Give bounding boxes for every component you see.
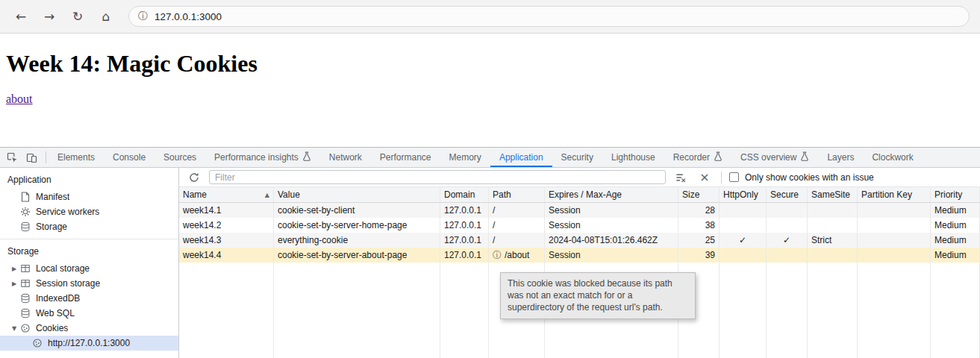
table-row[interactable]: week14.2 cookie-set-by-server-home-page … — [179, 218, 980, 233]
browser-window: ← → ↻ ⌂ ⓘ 127.0.0.1:3000 Week 14: Magic … — [0, 0, 980, 358]
back-button[interactable]: ← — [10, 6, 31, 27]
forward-button[interactable]: → — [39, 6, 60, 27]
cookie-partition-key — [858, 203, 931, 218]
tab-performance[interactable]: Performance — [371, 148, 440, 167]
web-page: Week 14: Magic Cookies about — [0, 34, 980, 147]
page-title: Week 14: Magic Cookies — [6, 50, 974, 78]
column-header-expires[interactable]: Expires / Max-Age — [545, 187, 678, 202]
column-header-priority[interactable]: Priority — [931, 187, 980, 202]
chevron-collapsed-icon[interactable]: ▶ — [9, 280, 19, 287]
cookie-icon — [31, 337, 43, 349]
column-header-name[interactable]: Name ▲ — [179, 187, 274, 202]
tab-sources[interactable]: Sources — [155, 148, 205, 167]
refresh-icon[interactable] — [185, 169, 203, 186]
cookie-secure — [767, 218, 808, 233]
cookie-expires: 2024-04-08T15:01:26.462Z — [545, 233, 678, 248]
cookie-size: 28 — [678, 203, 720, 218]
table-row[interactable]: week14.3 everything-cookie 127.0.0.1 / 2… — [179, 233, 980, 248]
tab-memory[interactable]: Memory — [440, 148, 490, 167]
sidebar-item-storage[interactable]: Storage — [0, 219, 178, 234]
cookie-domain: 127.0.0.1 — [440, 203, 489, 218]
sidebar-item-local-storage[interactable]: ▶ Local storage — [0, 261, 178, 276]
only-issues-label: Only show cookies with an issue — [745, 172, 874, 183]
sidebar-item-cookies-origin[interactable]: http://127.0.0.1:3000 — [0, 336, 178, 351]
address-bar[interactable]: ⓘ 127.0.0.1:3000 — [128, 6, 970, 27]
table-icon — [19, 277, 31, 289]
sidebar-item-web-sql[interactable]: Web SQL — [0, 306, 178, 321]
tab-css-overview[interactable]: CSS overview — [731, 148, 818, 167]
delete-cookies-icon[interactable]: × — [696, 169, 714, 186]
sidebar-item-indexeddb[interactable]: IndexedDB — [0, 291, 178, 306]
devtools-body: Application Manifest Service workers Sto… — [0, 168, 980, 358]
only-issues-checkbox[interactable] — [729, 172, 739, 182]
cookie-priority: Medium — [931, 233, 980, 248]
cookie-priority: Medium — [931, 218, 980, 233]
cookie-domain: 127.0.0.1 — [440, 248, 489, 263]
cookie-size: 39 — [678, 248, 720, 263]
empty-cell — [931, 263, 980, 358]
column-header-httponly[interactable]: HttpOnly — [720, 187, 767, 202]
cookie-name: week14.1 — [179, 203, 274, 218]
cookie-httponly — [720, 248, 767, 263]
empty-cell — [720, 263, 767, 358]
cookie-samesite — [808, 218, 858, 233]
about-link[interactable]: about — [6, 92, 33, 106]
sort-ascending-icon: ▲ — [265, 192, 269, 198]
cookie-size: 25 — [678, 233, 720, 248]
reload-button[interactable]: ↻ — [67, 6, 88, 27]
tab-performance-insights[interactable]: Performance insights — [205, 148, 320, 167]
sidebar-item-cookies[interactable]: ▼ Cookies — [0, 321, 178, 336]
tab-layers[interactable]: Layers — [818, 148, 863, 167]
cookie-samesite: Strict — [808, 233, 858, 248]
cookie-value: cookie-set-by-client — [274, 203, 440, 218]
toolbar-divider — [46, 151, 46, 163]
tab-elements[interactable]: Elements — [49, 148, 104, 167]
cookie-value: cookie-set-by-server-home-page — [274, 218, 440, 233]
home-icon: ⌂ — [102, 9, 110, 24]
empty-cell — [858, 263, 931, 358]
devtools-panel: Elements Console Sources Performance ins… — [0, 147, 980, 358]
tab-clockwork[interactable]: Clockwork — [863, 148, 922, 167]
column-header-domain[interactable]: Domain — [440, 187, 489, 202]
tab-lighthouse[interactable]: Lighthouse — [602, 148, 664, 167]
tab-application[interactable]: Application — [490, 148, 552, 167]
site-info-icon[interactable]: ⓘ — [138, 10, 148, 23]
tab-console[interactable]: Console — [104, 148, 155, 167]
chevron-expanded-icon[interactable]: ▼ — [9, 325, 19, 332]
empty-cell — [767, 263, 808, 358]
empty-cell — [440, 263, 489, 358]
flask-icon — [800, 151, 809, 163]
home-button[interactable]: ⌂ — [96, 6, 116, 27]
tab-recorder[interactable]: Recorder — [664, 148, 731, 167]
sidebar-item-session-storage[interactable]: ▶ Session storage — [0, 276, 178, 291]
sidebar-item-service-workers[interactable]: Service workers — [0, 204, 178, 219]
column-header-size[interactable]: Size — [678, 187, 720, 202]
cookie-secure — [767, 248, 808, 263]
chevron-collapsed-icon[interactable]: ▶ — [9, 266, 19, 272]
sidebar-item-manifest[interactable]: Manifest — [0, 189, 178, 204]
blocked-cookie-tooltip: This cookie was blocked because its path… — [500, 272, 696, 319]
table-row-blocked[interactable]: week14.4 cookie-set-by-server-about-page… — [179, 248, 980, 263]
column-header-path[interactable]: Path — [489, 187, 545, 202]
column-header-samesite[interactable]: SameSite — [808, 187, 858, 202]
clear-filter-icon[interactable] — [672, 169, 690, 186]
cookie-samesite — [808, 203, 858, 218]
sidebar-section-storage-title: Storage — [0, 239, 178, 261]
tab-network[interactable]: Network — [320, 148, 371, 167]
cookie-partition-key — [858, 218, 931, 233]
blocked-info-icon[interactable]: ⓘ — [493, 249, 502, 262]
cookie-partition-key — [858, 233, 931, 248]
cookie-httponly — [720, 203, 767, 218]
empty-cell — [274, 263, 440, 358]
cookie-filter-input[interactable] — [209, 170, 666, 184]
cookies-toolbar: × Only show cookies with an issue — [179, 168, 980, 187]
column-header-secure[interactable]: Secure — [767, 187, 808, 202]
column-header-partition-key[interactable]: Partition Key — [858, 187, 931, 202]
inspect-element-icon[interactable] — [3, 149, 21, 166]
cookie-httponly — [720, 218, 767, 233]
table-row[interactable]: week14.1 cookie-set-by-client 127.0.0.1 … — [179, 203, 980, 218]
device-toolbar-icon[interactable] — [22, 149, 40, 166]
column-header-value[interactable]: Value — [274, 187, 440, 202]
devtools-tool-icons — [0, 148, 43, 167]
tab-security[interactable]: Security — [552, 148, 602, 167]
